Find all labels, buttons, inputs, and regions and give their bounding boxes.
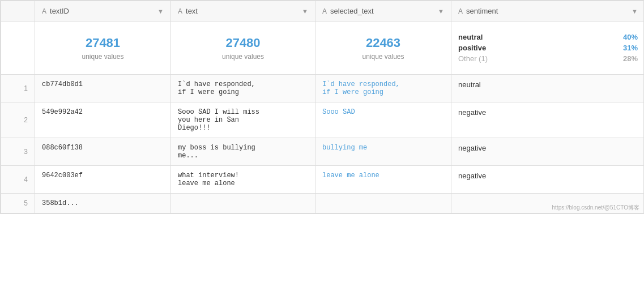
header-sentiment[interactable]: A sentiment ▼ [451, 1, 645, 22]
filter-icon-selected[interactable]: ▼ [438, 8, 444, 15]
row-sentiment: negative [451, 102, 645, 138]
row-index: 3 [1, 138, 35, 166]
table-header-row: A textID ▼ A text ▼ [1, 1, 645, 22]
header-selected-label: selected_text [330, 7, 374, 15]
table-row: 2549e992a42Sooo SAD I will missyou here … [1, 102, 645, 138]
row-textid: 9642c003ef [35, 166, 171, 194]
filter-icon-text[interactable]: ▼ [302, 8, 308, 15]
table-row: 1cb774db0d1I`d have responded,if I were … [1, 75, 645, 102]
type-icon-sentiment: A [458, 7, 463, 15]
watermark: https://blog.csdn.net/@51CTO博客 [552, 204, 639, 212]
summary-text-cell: 27480 unique values [171, 22, 315, 75]
header-selected-text[interactable]: A selected_text ▼ [315, 1, 451, 22]
row-text: my boss is bullyingme... [171, 138, 315, 166]
row-selected-text: Sooo SAD [315, 102, 451, 138]
sentiment-summary: neutral 40% positive 31% Other (1) 28% [458, 31, 638, 65]
sentiment-other-name: Other (1) [458, 54, 498, 63]
row-sentiment: negative [451, 166, 645, 194]
header-sentiment-label: sentiment [466, 7, 498, 15]
summary-textid-cell: 27481 unique values [35, 22, 171, 75]
filter-icon-textid[interactable]: ▼ [157, 8, 164, 15]
row-sentiment: neutral [451, 75, 645, 102]
table-row: 49642c003efwhat interview!leave me alone… [1, 166, 645, 194]
row-textid: 358b1d... [35, 194, 171, 213]
summary-textid-label: unique values [82, 53, 123, 61]
summary-selected-label: unique values [362, 53, 404, 61]
header-textid[interactable]: A textID ▼ [35, 1, 171, 22]
row-selected-text: bullying me [315, 138, 451, 166]
row-text: what interview!leave me alone [171, 166, 315, 194]
row-index: 1 [1, 75, 35, 102]
row-text: I`d have responded,if I were going [171, 75, 315, 102]
summary-row: 27481 unique values 27480 unique values … [1, 22, 645, 75]
header-index [1, 1, 35, 22]
summary-textid-count: 27481 [86, 35, 120, 52]
sentiment-other-pct: 28% [623, 54, 638, 63]
row-text [171, 194, 315, 213]
table-row: 5358b1d... [1, 194, 645, 213]
row-text: Sooo SAD I will missyou here in SanDiego… [171, 102, 315, 138]
header-text-label: text [186, 7, 198, 15]
header-text[interactable]: A text ▼ [171, 1, 315, 22]
table-row: 3088c60f138my boss is bullyingme...bully… [1, 138, 645, 166]
data-table-container: A textID ▼ A text ▼ [0, 0, 644, 214]
row-index: 5 [1, 194, 35, 213]
row-index: 4 [1, 166, 35, 194]
sentiment-positive-pct: 31% [623, 44, 638, 52]
filter-icon-sentiment[interactable]: ▼ [632, 8, 638, 15]
row-sentiment: negative [451, 138, 645, 166]
type-icon-textid: A [42, 7, 46, 15]
type-icon-selected: A [322, 7, 327, 15]
summary-sentiment-cell: neutral 40% positive 31% Other (1) 28% [451, 22, 645, 75]
row-index: 2 [1, 102, 35, 138]
summary-selected-cell: 22463 unique values [315, 22, 451, 75]
header-textid-label: textID [50, 7, 69, 15]
sentiment-neutral-name: neutral [458, 33, 498, 41]
summary-index-cell [1, 22, 35, 75]
sentiment-neutral-pct: 40% [623, 33, 638, 41]
row-textid: cb774db0d1 [35, 75, 171, 102]
sentiment-other-row: Other (1) 28% [458, 54, 638, 63]
sentiment-neutral-row: neutral 40% [458, 33, 638, 41]
row-textid: 088c60f138 [35, 138, 171, 166]
summary-text-label: unique values [222, 53, 264, 61]
row-selected-text [315, 194, 451, 213]
type-icon-text: A [178, 7, 182, 15]
row-selected-text: leave me alone [315, 166, 451, 194]
sentiment-positive-name: positive [458, 44, 498, 52]
row-textid: 549e992a42 [35, 102, 171, 138]
sentiment-positive-row: positive 31% [458, 44, 638, 52]
data-table: A textID ▼ A text ▼ [0, 0, 644, 214]
summary-selected-count: 22463 [366, 35, 400, 52]
summary-text-count: 27480 [225, 35, 260, 52]
row-selected-text: I`d have responded,if I were going [315, 75, 451, 102]
